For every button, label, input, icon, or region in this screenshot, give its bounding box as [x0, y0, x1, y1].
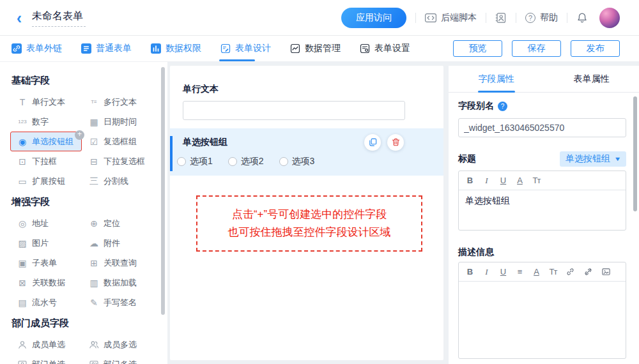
backend-script-button[interactable]: 后端脚本	[425, 12, 477, 24]
italic-button[interactable]: I	[482, 176, 491, 186]
save-button[interactable]: 保存	[512, 40, 561, 57]
underline-button[interactable]: U	[499, 176, 507, 185]
sidebar-item-label: 关联数据	[32, 277, 65, 289]
sidebar-section-title: 部门成员字段	[12, 317, 161, 330]
sidebar-item-label: 数据加载	[104, 277, 137, 289]
sidebar-item-expand-button[interactable]: ▭扩展按钮	[10, 171, 82, 191]
data-permission-icon	[151, 43, 161, 54]
radio-group-widget-selected[interactable]: 单选按钮组 选项1选项2选项3	[170, 128, 443, 176]
sidebar-item-address[interactable]: ◎地址	[10, 213, 82, 233]
member-single-icon	[17, 340, 27, 350]
preview-button[interactable]: 预览	[453, 40, 502, 57]
hint-line-1: 点击“+”号可创建选中的控件字段	[232, 206, 387, 224]
font-size-button[interactable]: Tт	[549, 267, 557, 277]
nav-tab-label: 数据管理	[305, 43, 341, 54]
field-alias-label: 字段别名	[458, 100, 494, 112]
sidebar-item-subform[interactable]: ▣子表单	[10, 253, 82, 273]
sidebar-item-member-multi[interactable]: 成员多选	[82, 335, 153, 354]
radio-option[interactable]: 选项3	[279, 156, 315, 167]
location-icon: ⊕	[89, 218, 99, 229]
nav-tab-form-link[interactable]: 表单外链	[10, 36, 63, 61]
back-icon[interactable]: ‹	[17, 9, 22, 26]
radio-option-label: 选项2	[241, 156, 264, 167]
copy-button[interactable]	[364, 134, 381, 151]
nav-tab-data-manage[interactable]: 数据管理	[289, 36, 342, 61]
form-settings-icon	[360, 43, 370, 54]
sidebar-item-label: 扩展按钮	[32, 176, 65, 187]
bold-button[interactable]: B	[466, 176, 474, 185]
select-icon: ⊡	[17, 156, 27, 167]
help-icon: ?	[525, 13, 535, 23]
widget-type-dropdown[interactable]: 单选按钮组 ▼	[560, 151, 626, 167]
sidebar-item-image-field[interactable]: ▨图片	[10, 233, 82, 253]
sidebar-item-label: 数字	[32, 116, 49, 128]
sidebar-item-linked-data[interactable]: ⊠关联数据	[10, 273, 82, 292]
sidebar-item-dept-single[interactable]: 部门单选	[10, 354, 82, 364]
caret-down-icon: ▼	[614, 156, 622, 162]
nav-tab-data-permission[interactable]: 数据权限	[150, 36, 203, 61]
sidebar-item-multi-line-text[interactable]: T≡多行文本	[82, 92, 153, 112]
sidebar-item-member-single[interactable]: 成员单选	[10, 335, 82, 354]
single-line-text-input[interactable]	[183, 101, 405, 120]
sidebar-item-number[interactable]: 123数字	[10, 112, 82, 132]
tab-form-properties[interactable]: 表单属性	[544, 66, 639, 92]
sidebar-item-attachment[interactable]: ☁附件	[82, 233, 153, 253]
alias-help-icon[interactable]: ?	[498, 102, 507, 111]
sidebar-item-single-line-text[interactable]: T单行文本	[10, 92, 82, 112]
sidebar-item-data-load[interactable]: ▥数据加载	[82, 273, 153, 292]
sidebar-scrollbar[interactable]	[161, 67, 165, 315]
nav-tab-label: 普通表单	[96, 43, 132, 54]
text-field-widget[interactable]: 单行文本	[183, 84, 431, 120]
sidebar-item-location[interactable]: ⊕定位	[82, 213, 153, 233]
font-size-button[interactable]: Tт	[532, 176, 541, 185]
avatar[interactable]	[599, 8, 620, 28]
radio-option[interactable]: 选项1	[177, 156, 213, 167]
checkbox-group-icon: ☑	[89, 137, 99, 147]
sidebar-item-signature[interactable]: ✎手写签名	[82, 292, 153, 312]
hint-line-2: 也可按住拖拽至控件字段设计区域	[228, 224, 391, 241]
unlink-icon	[583, 267, 593, 277]
bold-button[interactable]: B	[466, 267, 474, 277]
sidebar-item-linked-query[interactable]: ⊞关联查询	[82, 253, 153, 273]
underline-button[interactable]: U	[499, 267, 507, 277]
sidebar-item-multi-select[interactable]: ⊟下拉复选框	[82, 151, 153, 171]
app-root: ‹ 未命名表单 应用访问 后端脚本 ? 帮助 表单外链普通表单数据权限表单设计数…	[0, 0, 639, 364]
panel-scrollbar[interactable]	[633, 96, 637, 211]
help-button[interactable]: ? 帮助	[525, 12, 558, 24]
nav-tab-form-design[interactable]: 表单设计	[219, 36, 272, 61]
multi-select-icon: ⊟	[89, 156, 99, 167]
image-icon	[601, 267, 611, 277]
sidebar-item-datetime[interactable]: ▦日期时间	[82, 112, 153, 132]
tab-field-properties[interactable]: 字段属性	[449, 66, 544, 92]
nav-tab-normal-form[interactable]: 普通表单	[80, 36, 133, 61]
form-title[interactable]: 未命名表单	[32, 8, 86, 27]
panel-tabs: 字段属性 表单属性	[449, 66, 639, 93]
contacts-icon[interactable]	[495, 12, 507, 24]
align-button[interactable]: ≡	[516, 267, 524, 277]
title-content[interactable]: 单选按钮组	[459, 190, 626, 230]
sidebar-item-divider[interactable]: 三分割线	[82, 171, 153, 191]
link-button[interactable]	[566, 267, 575, 277]
image-button[interactable]	[601, 267, 611, 277]
font-color-button[interactable]: A	[532, 267, 541, 277]
sidebar-item-serial-number[interactable]: ▤流水号	[10, 292, 82, 312]
bell-icon[interactable]	[576, 12, 588, 24]
text-field-label: 单行文本	[183, 84, 431, 95]
field-alias-input[interactable]	[458, 118, 626, 137]
sidebar-item-label: 部门多选	[104, 359, 137, 364]
sidebar-item-select[interactable]: ⊡下拉框	[10, 151, 82, 171]
publish-button[interactable]: 发布	[571, 40, 620, 57]
nav-tab-form-settings[interactable]: 表单设置	[358, 36, 412, 61]
font-color-button[interactable]: A	[516, 176, 524, 185]
delete-button[interactable]	[387, 134, 404, 151]
radio-option[interactable]: 选项2	[228, 156, 264, 167]
radio-circle-icon	[177, 157, 186, 166]
italic-button[interactable]: I	[482, 267, 491, 277]
sidebar-item-dept-multi[interactable]: 部门多选	[82, 354, 153, 364]
sidebar-item-checkbox-group[interactable]: ☑复选框组	[82, 132, 153, 151]
hint-box: 点击“+”号可创建选中的控件字段 也可按住拖拽至控件字段设计区域	[196, 195, 422, 252]
sidebar-item-radio-group[interactable]: ◉单选按钮组+	[10, 132, 82, 151]
unlink-button[interactable]	[583, 267, 593, 277]
app-access-button[interactable]: 应用访问	[341, 8, 406, 28]
description-content[interactable]	[459, 282, 626, 358]
